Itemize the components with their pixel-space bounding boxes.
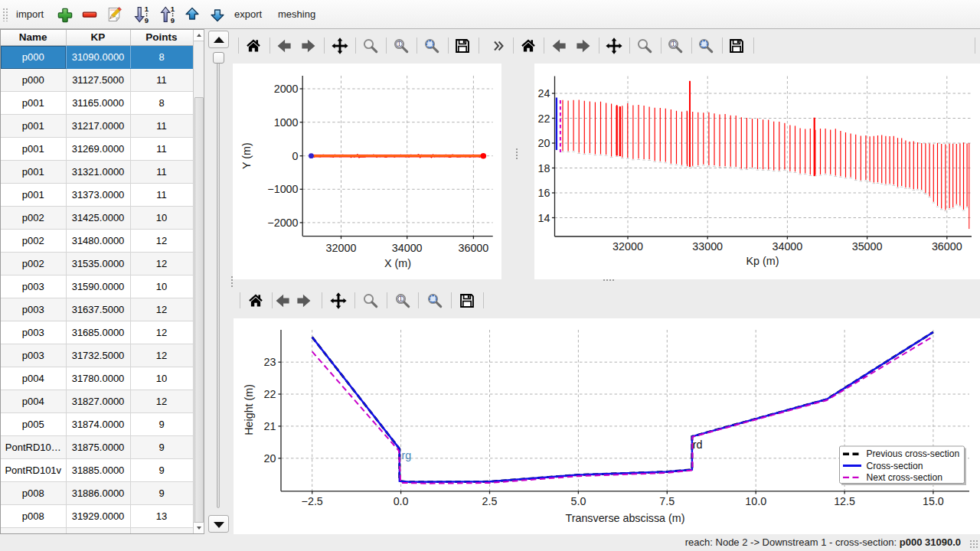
svg-text:−2.5: −2.5 <box>302 495 323 507</box>
svg-text:Cross-section: Cross-section <box>867 461 923 471</box>
svg-text:1000: 1000 <box>274 116 299 129</box>
svg-text:10.0: 10.0 <box>745 495 766 507</box>
svg-text:36000: 36000 <box>459 242 489 254</box>
svg-text:X (m): X (m) <box>384 257 411 269</box>
svg-text:Previous cross-section: Previous cross-section <box>867 448 960 459</box>
svg-text:rg: rg <box>402 449 412 461</box>
svg-text:Kp (m): Kp (m) <box>746 255 779 267</box>
svg-text:22: 22 <box>264 388 276 400</box>
svg-text:22: 22 <box>538 112 550 125</box>
svg-text:0.0: 0.0 <box>394 495 409 507</box>
svg-text:14: 14 <box>538 212 550 224</box>
svg-text:18: 18 <box>538 162 550 174</box>
svg-text:35000: 35000 <box>852 240 883 253</box>
svg-text:32000: 32000 <box>612 240 643 253</box>
svg-text:−2000: −2000 <box>267 217 298 229</box>
svg-text:2000: 2000 <box>274 83 299 95</box>
svg-text:20: 20 <box>538 137 550 149</box>
svg-text:Transverse abscissa (m): Transverse abscissa (m) <box>566 512 685 524</box>
svg-text:34000: 34000 <box>392 242 423 254</box>
svg-text:24: 24 <box>538 87 550 99</box>
svg-text:rd: rd <box>693 439 703 451</box>
svg-text:34000: 34000 <box>773 240 803 253</box>
svg-text:23: 23 <box>264 356 276 368</box>
svg-text:7.5: 7.5 <box>659 495 675 507</box>
svg-text:33000: 33000 <box>692 240 723 253</box>
svg-text:Height (m): Height (m) <box>243 384 256 435</box>
svg-text:21: 21 <box>264 420 276 432</box>
svg-text:20: 20 <box>264 452 276 465</box>
svg-text:15.0: 15.0 <box>923 495 944 507</box>
svg-text:16: 16 <box>538 187 550 199</box>
svg-text:Next cross-section: Next cross-section <box>867 472 942 483</box>
svg-text:Y (m): Y (m) <box>240 142 253 169</box>
svg-text:12.5: 12.5 <box>834 495 855 507</box>
svg-text:5.0: 5.0 <box>570 495 586 507</box>
svg-text:2.5: 2.5 <box>482 495 498 507</box>
svg-text:32000: 32000 <box>326 242 357 254</box>
svg-text:−1000: −1000 <box>267 183 298 195</box>
svg-text:36000: 36000 <box>932 240 962 253</box>
svg-text:0: 0 <box>292 150 299 162</box>
